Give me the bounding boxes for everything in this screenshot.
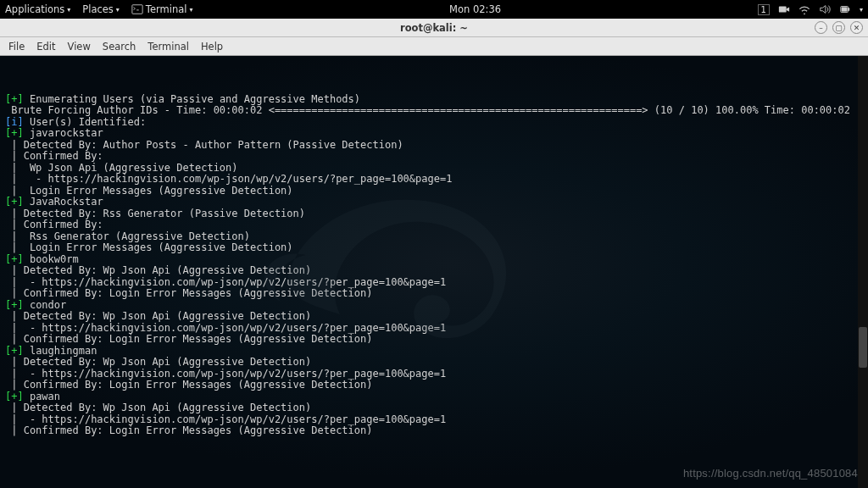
terminal-line: | Detected By: Wp Json Api (Aggressive D… — [5, 311, 863, 323]
terminal-line: | - https://hackingvision.com/wp-json/wp… — [5, 174, 863, 186]
terminal-line: [+] pawan — [5, 391, 863, 403]
scrollbar-thumb[interactable] — [859, 327, 867, 368]
window-title: root@kali: ~ — [0, 22, 868, 34]
terminal-menubar: File Edit View Search Terminal Help — [0, 37, 868, 56]
terminal-line: [+] condor — [5, 300, 863, 312]
terminal-taskbar-label: Terminal — [146, 3, 187, 15]
menu-search[interactable]: Search — [103, 41, 136, 53]
terminal-line: | - https://hackingvision.com/wp-json/wp… — [5, 369, 863, 380]
minimize-button[interactable]: – — [815, 21, 827, 34]
terminal-line: | Detected By: Wp Json Api (Aggressive D… — [5, 265, 863, 277]
terminal-line: | Detected By: Author Posts - Author Pat… — [5, 140, 863, 152]
terminal-line: | Confirmed By: Login Error Messages (Ag… — [5, 334, 863, 346]
maximize-button[interactable]: ▢ — [832, 21, 845, 34]
places-menu[interactable]: Places ▾ — [82, 3, 120, 15]
terminal-line: [+] javarockstar — [5, 128, 863, 140]
terminal-line: | Wp Json Api (Aggressive Detection) — [5, 163, 863, 175]
svg-rect-4 — [842, 7, 848, 11]
battery-icon[interactable] — [839, 3, 851, 15]
applications-menu[interactable]: Applications ▾ — [5, 3, 70, 15]
terminal-line: [+] laughingman — [5, 346, 863, 358]
menu-help[interactable]: Help — [201, 41, 223, 53]
terminal-line: [+] Enumerating Users (via Passive and A… — [5, 94, 863, 106]
terminal-line: | Detected By: Wp Json Api (Aggressive D… — [5, 357, 863, 369]
terminal-line: | Detected By: Rss Generator (Passive De… — [5, 208, 863, 220]
clock[interactable]: Mon 02:36 — [192, 3, 757, 15]
svg-rect-1 — [779, 7, 787, 13]
window-titlebar[interactable]: root@kali: ~ – ▢ ✕ — [0, 19, 868, 37]
terminal-output: [+] Enumerating Users (via Passive and A… — [5, 94, 863, 437]
applications-label: Applications — [5, 3, 64, 15]
menu-terminal[interactable]: Terminal — [147, 41, 189, 53]
terminal-taskbar-item[interactable]: Terminal ▾ — [131, 3, 193, 15]
watermark: https://blog.csdn.net/qq_48501084 — [683, 467, 858, 480]
places-label: Places — [82, 3, 114, 15]
terminal-line: | Confirmed By: Login Error Messages (Ag… — [5, 288, 863, 300]
terminal-line: | Login Error Messages (Aggressive Detec… — [5, 186, 863, 197]
svg-rect-0 — [132, 5, 142, 14]
terminal-line: | Confirmed By: Login Error Messages (Ag… — [5, 425, 863, 437]
chevron-down-icon[interactable]: ▾ — [860, 6, 863, 14]
menu-view[interactable]: View — [68, 41, 91, 53]
menu-file[interactable]: File — [8, 41, 25, 53]
terminal-line: | - https://hackingvision.com/wp-json/wp… — [5, 323, 863, 335]
terminal-line: Brute Forcing Author IDs - Time: 00:00:0… — [5, 105, 863, 117]
svg-rect-3 — [848, 8, 849, 11]
video-icon[interactable] — [778, 3, 790, 15]
network-icon[interactable] — [798, 3, 810, 15]
terminal-line: | Login Error Messages (Aggressive Detec… — [5, 242, 863, 254]
close-button[interactable]: ✕ — [850, 21, 863, 34]
terminal-line: [+] JavaRockstar — [5, 197, 863, 208]
volume-icon[interactable] — [819, 3, 831, 15]
terminal-icon — [131, 3, 143, 15]
terminal-line: | Confirmed By: — [5, 219, 863, 231]
terminal-line: | Confirmed By: — [5, 151, 863, 163]
terminal-line: | Detected By: Wp Json Api (Aggressive D… — [5, 402, 863, 414]
terminal-line: | Confirmed By: Login Error Messages (Ag… — [5, 380, 863, 391]
terminal-line: [i] User(s) Identified: — [5, 117, 863, 129]
chevron-down-icon: ▾ — [67, 6, 70, 14]
chevron-down-icon: ▾ — [116, 6, 120, 14]
terminal-line: | Rss Generator (Aggressive Detection) — [5, 231, 863, 243]
menu-edit[interactable]: Edit — [36, 41, 55, 53]
terminal-viewport[interactable]: [+] Enumerating Users (via Passive and A… — [0, 56, 868, 488]
workspace-indicator[interactable]: 1 — [758, 4, 770, 15]
terminal-line: [+] bookw0rm — [5, 254, 863, 266]
terminal-line: | - https://hackingvision.com/wp-json/wp… — [5, 277, 863, 289]
terminal-line: | - https://hackingvision.com/wp-json/wp… — [5, 414, 863, 426]
scrollbar[interactable] — [858, 56, 868, 488]
gnome-topbar: Applications ▾ Places ▾ Terminal ▾ Mon 0… — [0, 0, 868, 19]
